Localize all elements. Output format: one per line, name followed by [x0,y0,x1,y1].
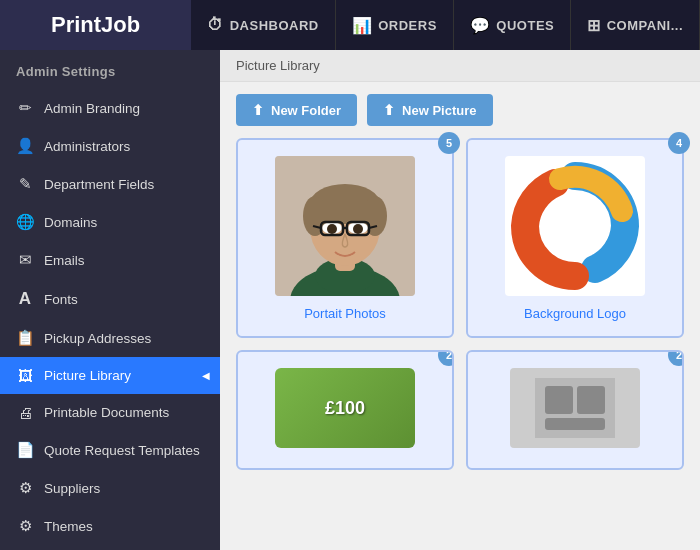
sidebar-item-domains[interactable]: 🌐 Domains [0,203,220,241]
admin-branding-icon: ✏ [16,99,34,117]
nav-items: ⏱ DASHBOARD 📊 ORDERS 💬 QUOTES ⊞ COMPANI.… [191,0,700,50]
sidebar-label-picture-library: Picture Library [44,368,131,383]
nav-quotes[interactable]: 💬 QUOTES [454,0,571,50]
companies-icon: ⊞ [587,16,601,35]
badge-gray: 2 [668,350,684,366]
currency-image: £100 [275,368,415,448]
svg-rect-20 [545,386,573,414]
sidebar-label-themes: Themes [44,519,93,534]
sidebar-label-pickup-addresses: Pickup Addresses [44,331,151,346]
nav-companies-label: COMPANI... [607,18,683,33]
gray-image [510,368,640,448]
new-folder-icon: ⬆ [252,102,264,118]
sidebar-item-fonts[interactable]: A Fonts [0,279,220,319]
suppliers-icon: ⚙ [16,479,34,497]
quote-request-templates-icon: 📄 [16,441,34,459]
sidebar-item-printable-documents[interactable]: 🖨 Printable Documents [0,394,220,431]
sidebar-label-department-fields: Department Fields [44,177,154,192]
department-fields-icon: ✎ [16,175,34,193]
svg-point-11 [327,224,337,234]
new-picture-button[interactable]: ⬆ New Picture [367,94,492,126]
sidebar: Admin Settings ✏ Admin Branding 👤 Admini… [0,50,220,550]
badge-portrait-photos: 5 [438,132,460,154]
picture-card-currency[interactable]: 2 £100 [236,350,454,470]
logo-image [505,156,645,296]
fonts-icon: A [16,289,34,309]
badge-currency: 2 [438,350,454,366]
sidebar-label-fonts: Fonts [44,292,78,307]
sidebar-item-administrators[interactable]: 👤 Administrators [0,127,220,165]
orders-icon: 📊 [352,16,373,35]
portrait-photos-label: Portait Photos [304,306,386,321]
top-nav: PrintJob ⏱ DASHBOARD 📊 ORDERS 💬 QUOTES ⊞… [0,0,700,50]
svg-point-12 [353,224,363,234]
sidebar-item-picture-library[interactable]: 🖼 Picture Library [0,357,220,394]
nav-orders[interactable]: 📊 ORDERS [336,0,454,50]
sidebar-item-themes[interactable]: ⚙ Themes [0,507,220,545]
breadcrumb-text: Picture Library [236,58,320,73]
portrait-image [275,156,415,296]
picture-library-icon: 🖼 [16,367,34,384]
sidebar-label-administrators: Administrators [44,139,130,154]
sidebar-label-domains: Domains [44,215,97,230]
themes-icon: ⚙ [16,517,34,535]
main-content: Picture Library ⬆ New Folder ⬆ New Pictu… [220,50,700,550]
sidebar-item-admin-branding[interactable]: ✏ Admin Branding [0,89,220,127]
new-folder-button[interactable]: ⬆ New Folder [236,94,357,126]
sidebar-header: Admin Settings [0,50,220,89]
dashboard-icon: ⏱ [207,16,224,34]
sidebar-item-emails[interactable]: ✉ Emails [0,241,220,279]
background-logo-label: Background Logo [524,306,626,321]
sidebar-item-suppliers[interactable]: ⚙ Suppliers [0,469,220,507]
picture-grid: 5 [220,138,700,486]
new-folder-label: New Folder [271,103,341,118]
emails-icon: ✉ [16,251,34,269]
svg-rect-8 [310,201,380,219]
nav-dashboard[interactable]: ⏱ DASHBOARD [191,0,336,50]
svg-rect-22 [545,418,605,430]
picture-card-portrait-photos[interactable]: 5 [236,138,454,338]
nav-quotes-label: QUOTES [496,18,554,33]
sidebar-label-suppliers: Suppliers [44,481,100,496]
picture-card-gray[interactable]: 2 [466,350,684,470]
brand-name: PrintJob [51,12,140,38]
app-body: Admin Settings ✏ Admin Branding 👤 Admini… [0,50,700,550]
nav-companies[interactable]: ⊞ COMPANI... [571,0,700,50]
sidebar-label-emails: Emails [44,253,85,268]
toolbar: ⬆ New Folder ⬆ New Picture [220,82,700,138]
brand-logo: PrintJob [0,0,191,50]
new-picture-icon: ⬆ [383,102,395,118]
breadcrumb: Picture Library [220,50,700,82]
svg-rect-21 [577,386,605,414]
pickup-addresses-icon: 📋 [16,329,34,347]
nav-orders-label: ORDERS [378,18,437,33]
sidebar-label-admin-branding: Admin Branding [44,101,140,116]
sidebar-item-quote-request-templates[interactable]: 📄 Quote Request Templates [0,431,220,469]
quotes-icon: 💬 [470,16,491,35]
administrators-icon: 👤 [16,137,34,155]
sidebar-label-quote-request-templates: Quote Request Templates [44,443,200,458]
sidebar-item-pickup-addresses[interactable]: 📋 Pickup Addresses [0,319,220,357]
printable-documents-icon: 🖨 [16,404,34,421]
sidebar-item-department-fields[interactable]: ✎ Department Fields [0,165,220,203]
domains-icon: 🌐 [16,213,34,231]
picture-card-background-logo[interactable]: 4 Background Logo [466,138,684,338]
new-picture-label: New Picture [402,103,476,118]
nav-dashboard-label: DASHBOARD [230,18,319,33]
badge-background-logo: 4 [668,132,690,154]
sidebar-label-printable-documents: Printable Documents [44,405,169,420]
